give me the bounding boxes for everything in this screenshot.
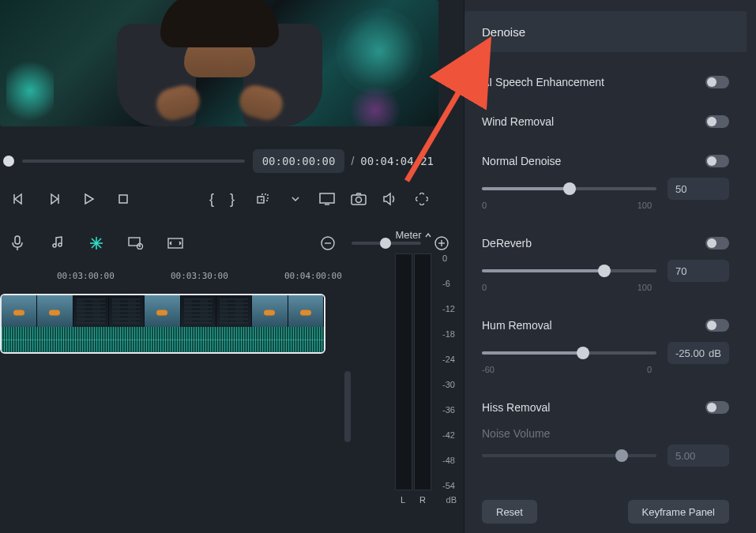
ruler-timecode: 00:04:00:00 (284, 271, 342, 281)
hum-removal-slider[interactable] (482, 351, 656, 355)
svg-rect-9 (15, 236, 20, 244)
timeline-vertical-scrollbar[interactable] (344, 371, 351, 442)
meter-tick: -12 (442, 304, 455, 313)
svg-point-11 (58, 243, 62, 246)
caret-up-icon (425, 233, 431, 238)
zoom-out-button[interactable] (317, 232, 339, 254)
dereverb-slider[interactable] (482, 269, 656, 272)
timeline-ruler[interactable]: 00:03:00:00 00:03:30:00 00:04:00:00 (0, 270, 363, 289)
meter-tick: -36 (442, 405, 455, 415)
normal-denoise-slider-thumb[interactable] (563, 182, 576, 195)
svg-rect-5 (320, 193, 334, 203)
reset-button[interactable]: Reset (482, 500, 537, 524)
enhance-icon[interactable] (85, 232, 107, 254)
timeline-clip[interactable] (0, 294, 325, 354)
meter-panel-toggle[interactable]: Meter (395, 229, 431, 241)
volume-button[interactable] (380, 190, 401, 208)
hum-removal-toggle[interactable] (705, 319, 729, 332)
video-preview[interactable] (0, 0, 438, 126)
svg-rect-4 (261, 194, 268, 201)
mark-in-button[interactable]: { (209, 191, 214, 208)
playhead-scrub-track[interactable] (22, 160, 245, 163)
dereverb-slider-thumb[interactable] (598, 265, 611, 277)
range-max-label: 100 (638, 283, 652, 297)
hum-removal-value-unit: dB (709, 347, 721, 359)
normal-denoise-label: Normal Denoise (482, 155, 561, 167)
time-separator: / (351, 155, 354, 167)
meter-label-text: Meter (395, 229, 421, 241)
snapshot-button[interactable] (348, 190, 369, 208)
meter-bar-left (395, 253, 412, 490)
meter-left-label: L (401, 495, 405, 505)
preview-visibility-icon[interactable] (125, 232, 147, 254)
hiss-removal-label: Hiss Removal (482, 401, 550, 414)
wind-removal-toggle[interactable] (705, 115, 729, 128)
current-time-display[interactable]: 00:00:00:00 (253, 149, 345, 173)
meter-right-label: R (419, 495, 426, 505)
crop-mode-button[interactable] (254, 190, 274, 208)
range-max-label: 100 (638, 201, 652, 215)
range-max-label: 0 (647, 365, 652, 379)
noise-volume-label: Noise Volume (482, 427, 550, 440)
meter-tick: -18 (442, 329, 455, 339)
fit-width-icon[interactable] (164, 232, 186, 254)
meter-tick: -42 (442, 430, 455, 440)
ruler-timecode: 00:03:00:00 (57, 271, 115, 281)
display-button[interactable] (317, 190, 337, 208)
mark-out-button[interactable]: } (230, 191, 235, 208)
meter-tick: -48 (442, 456, 455, 465)
normal-denoise-value[interactable]: 50 (668, 178, 729, 200)
range-min-label: -60 (482, 365, 495, 379)
total-time-display: 00:04:04:21 (360, 155, 434, 167)
hum-removal-slider-thumb[interactable] (577, 347, 589, 359)
meter-unit-label: dB (446, 495, 457, 505)
noise-volume-slider-thumb[interactable] (615, 449, 628, 462)
stop-button[interactable] (111, 188, 136, 210)
meter-tick: -6 (442, 279, 455, 288)
svg-point-8 (356, 197, 362, 203)
playhead-scrub-handle[interactable] (3, 156, 14, 167)
panel-section-header-denoise[interactable]: Denoise (465, 11, 747, 52)
dereverb-label: DeReverb (482, 237, 532, 250)
svg-rect-2 (119, 195, 127, 203)
hiss-removal-toggle[interactable] (705, 401, 729, 414)
hum-removal-value[interactable]: -25.00 dB (668, 342, 729, 364)
svg-rect-3 (258, 197, 264, 203)
normal-denoise-toggle[interactable] (705, 155, 729, 167)
noise-volume-value[interactable]: 5.00 (668, 445, 729, 467)
keyframe-panel-button[interactable]: Keyframe Panel (628, 500, 730, 524)
music-note-icon[interactable] (46, 232, 68, 254)
normal-denoise-slider[interactable] (482, 187, 656, 190)
mic-icon[interactable] (6, 232, 28, 254)
meter-tick: -30 (442, 380, 455, 389)
play-button[interactable] (76, 188, 101, 210)
meter-tick: 0 (442, 253, 455, 263)
meter-tick: -54 (442, 481, 455, 490)
panel-header-label: Denoise (482, 25, 525, 39)
meter-bar-right (414, 253, 431, 490)
audio-meter: 0 -6 -12 -18 -24 -30 -36 -42 -48 -54 dB (395, 253, 431, 490)
dereverb-value[interactable]: 70 (668, 260, 729, 282)
ai-speech-enhancement-label: AI Speech Enhancement (482, 76, 604, 88)
fullscreen-button[interactable] (412, 190, 432, 208)
ai-speech-enhancement-toggle[interactable] (705, 76, 729, 88)
noise-volume-slider[interactable] (482, 454, 656, 457)
chevron-down-icon[interactable] (285, 190, 306, 208)
wind-removal-label: Wind Removal (482, 115, 554, 128)
range-min-label: 0 (482, 283, 487, 297)
svg-point-18 (139, 246, 141, 247)
hum-removal-label: Hum Removal (482, 319, 552, 332)
clip-video-track (2, 295, 324, 327)
step-back-button[interactable] (6, 188, 32, 210)
dereverb-toggle[interactable] (705, 237, 729, 250)
clip-audio-track (2, 327, 324, 352)
ruler-timecode: 00:03:30:00 (171, 271, 228, 281)
meter-tick: -24 (442, 355, 455, 364)
step-forward-button[interactable] (41, 188, 66, 210)
hum-removal-value-number: -25.00 (675, 347, 705, 359)
range-min-label: 0 (482, 201, 487, 215)
